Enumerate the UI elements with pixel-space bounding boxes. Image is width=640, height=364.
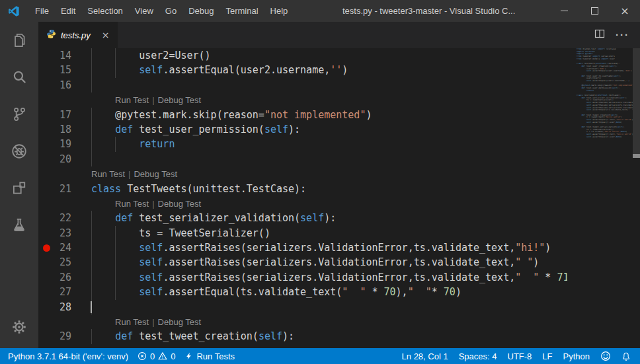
codelens-run-test-link[interactable]: Run Test	[115, 317, 149, 327]
line-number[interactable]: 14	[38, 48, 71, 63]
code-line-18[interactable]: 18 def test_user_permission(self):	[38, 122, 567, 137]
editor[interactable]: 14 user2=User()15 self.assertEqual(user2…	[38, 48, 640, 348]
codelens-debug-test-link[interactable]: Debug Test	[158, 317, 202, 327]
line-number[interactable]: 26	[38, 270, 71, 285]
minimap[interactable]: from django.test import TestCaseimport u…	[577, 48, 633, 348]
minimap-line: self.assertEqual(user.username,'bob')	[577, 70, 633, 73]
menu-debug[interactable]: Debug	[182, 0, 220, 22]
codelens-debug-test-link[interactable]: Debug Test	[158, 95, 202, 105]
status-notifications-bell[interactable]	[621, 351, 631, 361]
codelens-debug-test-link[interactable]: Debug Test	[134, 169, 177, 179]
code-text: return	[91, 137, 175, 151]
code-line-19[interactable]: 19 return	[38, 137, 567, 151]
code-line-22[interactable]: 22 def test_serializer_validation(self):	[38, 211, 567, 225]
code-line-25[interactable]: 25 self.assertRaises(serializers.Validat…	[38, 255, 567, 270]
code-line-26[interactable]: 26 self.assertRaises(serializers.Validat…	[38, 270, 567, 285]
code-line-14[interactable]: 14 user2=User()	[38, 48, 567, 63]
line-number[interactable]: 22	[38, 211, 71, 225]
line-number[interactable]: 23	[38, 226, 71, 240]
tab-close-icon[interactable]: ×	[102, 30, 110, 40]
code-area[interactable]: 14 user2=User()15 self.assertEqual(user2…	[38, 48, 567, 344]
indent-guide	[91, 122, 92, 137]
menu-go[interactable]: Go	[159, 0, 182, 22]
code-line-17[interactable]: 17 @pytest.mark.skip(reason="not impleme…	[38, 108, 567, 122]
editor-scrollbar[interactable]	[633, 48, 640, 348]
line-number[interactable]: 19	[38, 137, 71, 151]
explorer-icon[interactable]	[0, 22, 38, 59]
scrollbar-thumb[interactable]	[633, 48, 640, 154]
menu-terminal[interactable]: Terminal	[220, 0, 264, 22]
status-problems[interactable]: 00	[138, 351, 175, 361]
line-number[interactable]: 17	[38, 108, 71, 122]
status-feedback-smiley[interactable]	[600, 351, 611, 361]
line-number[interactable]: 28	[38, 300, 71, 314]
minimize-button[interactable]	[549, 0, 579, 22]
line-number[interactable]: 25	[38, 255, 71, 270]
code-line-29[interactable]: 29 def test_tweet_creation(self):	[38, 329, 567, 344]
editor-actions: ···	[594, 22, 640, 48]
code-line-28[interactable]: 28	[38, 300, 567, 314]
tab-bar: tests.py × ···	[38, 22, 640, 48]
status-encoding[interactable]: UTF-8	[508, 351, 532, 361]
menu-help[interactable]: Help	[264, 0, 294, 22]
status-cursor-position[interactable]: Ln 28, Col 1	[402, 351, 448, 361]
status-python-interpreter[interactable]: Python 3.7.1 64-bit ('env': venv)	[8, 351, 128, 361]
source-control-icon[interactable]	[0, 96, 38, 133]
line-number[interactable]: 21	[38, 182, 71, 196]
indent-guide	[91, 285, 92, 299]
scrollbar-thumb-handle[interactable]	[633, 154, 640, 158]
indent-guide	[91, 240, 92, 255]
line-number[interactable]: 18	[38, 122, 71, 137]
code-line-23[interactable]: 23 ts = TweetSerializer()	[38, 226, 567, 240]
more-actions-icon[interactable]: ···	[616, 32, 629, 38]
menu-file[interactable]: File	[29, 0, 55, 22]
breakpoint-dot[interactable]	[43, 244, 50, 252]
indent-guide	[115, 255, 116, 270]
maximize-button[interactable]	[579, 0, 610, 22]
indent-guide	[115, 137, 116, 151]
minimap-line: self.assertEqual(user2.username,'')	[577, 80, 633, 83]
codelens-debug-test-link[interactable]: Debug Test	[158, 199, 202, 209]
status-run-tests[interactable]: Run Tests	[184, 351, 235, 361]
menu-edit[interactable]: Edit	[55, 0, 81, 22]
code-line-15[interactable]: 15 self.assertEqual(user2.username,'')	[38, 63, 567, 77]
status-eol[interactable]: LF	[542, 351, 552, 361]
codelens-run-test-link[interactable]: Run Test	[115, 95, 149, 105]
titlebar: FileEditSelectionViewGoDebugTerminalHelp…	[0, 0, 640, 22]
code-text: self.assertRaises(serializers.Validation…	[91, 240, 551, 255]
test-icon[interactable]	[0, 207, 38, 244]
codelens-run-test-link[interactable]: Run Test	[115, 199, 149, 209]
code-line-21[interactable]: 21class TestTweets(unittest.TestCase):	[38, 182, 567, 196]
debug-icon[interactable]	[0, 133, 38, 170]
code-text: def test_tweet_creation(self):	[91, 329, 294, 344]
indent-guide	[91, 78, 92, 92]
line-number[interactable]: 20	[38, 152, 71, 166]
line-number[interactable]: 27	[38, 285, 71, 299]
line-number[interactable]: 29	[38, 329, 71, 344]
minimap-line	[577, 138, 633, 141]
extensions-icon[interactable]	[0, 170, 38, 207]
code-line-27[interactable]: 27 self.assertEqual(ts.validate_text(" "…	[38, 285, 567, 299]
indent-guide	[91, 226, 92, 240]
status-bar: Python 3.7.1 64-bit ('env': venv)00Run T…	[0, 348, 640, 364]
code-line-24[interactable]: 24 self.assertRaises(serializers.Validat…	[38, 240, 567, 255]
line-number[interactable]: 16	[38, 78, 71, 92]
status-indentation[interactable]: Spaces: 4	[459, 351, 497, 361]
code-line-20[interactable]: 20	[38, 152, 567, 166]
indent-guide	[91, 48, 92, 63]
codelens-separator: |	[149, 199, 157, 209]
search-icon[interactable]	[0, 59, 38, 96]
close-button[interactable]: ×	[610, 0, 640, 22]
menu-view[interactable]: View	[129, 0, 159, 22]
indent-guide	[91, 137, 92, 151]
tab-tests-py[interactable]: tests.py ×	[38, 22, 118, 48]
window-controls: ×	[549, 0, 640, 22]
menu-selection[interactable]: Selection	[81, 0, 128, 22]
split-editor-icon[interactable]	[594, 28, 605, 42]
codelens-run-test-link[interactable]: Run Test	[91, 169, 125, 179]
settings-gear-icon[interactable]	[0, 309, 38, 346]
code-line-16[interactable]: 16	[38, 78, 567, 92]
code-text: user2=User()	[91, 48, 211, 63]
line-number[interactable]: 15	[38, 63, 71, 77]
status-language-mode[interactable]: Python	[563, 351, 590, 361]
